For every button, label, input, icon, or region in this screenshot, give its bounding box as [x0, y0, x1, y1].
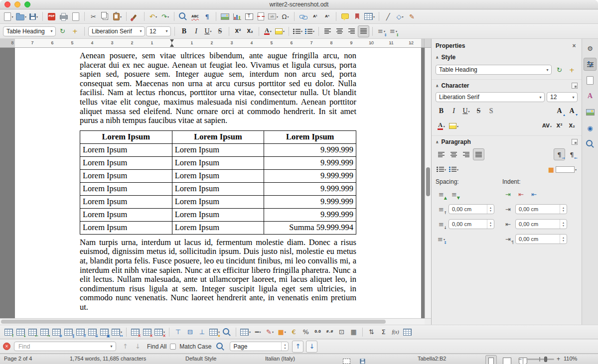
strikethrough[interactable]: S	[214, 25, 226, 37]
delete-table[interactable]: ×▾	[153, 326, 166, 338]
open[interactable]: ▾	[15, 10, 27, 22]
spacing-above-input[interactable]: 0,00 cm	[448, 204, 494, 214]
shadow[interactable]: S	[485, 105, 497, 117]
new-style[interactable]: +	[566, 64, 578, 76]
table-cell[interactable]: Lorem Ipsum	[80, 156, 172, 169]
increase-indent[interactable]: ⇥	[502, 188, 514, 200]
view-multiple-pages[interactable]	[501, 355, 513, 364]
bold[interactable]: B	[436, 105, 447, 117]
increase-font-size[interactable]: A▴	[554, 105, 565, 117]
next-element[interactable]: ↓	[306, 341, 317, 353]
table-cell[interactable]: 9.999.999	[264, 156, 356, 169]
table-cell[interactable]: Lorem Ipsum	[80, 182, 172, 195]
superscript[interactable]: X²	[554, 120, 565, 132]
print-preview[interactable]	[70, 10, 81, 22]
tab-gallery[interactable]	[584, 106, 597, 119]
close-icon[interactable]	[571, 42, 578, 49]
sidebar-font-size-select[interactable]: 12	[547, 92, 578, 102]
strikethrough[interactable]: S	[473, 105, 484, 117]
tab-properties[interactable]	[584, 58, 597, 71]
insert-text-box[interactable]	[243, 10, 255, 22]
border-style[interactable]: ━▾	[252, 326, 264, 338]
find-text-field[interactable]	[17, 343, 109, 351]
paragraph-section-header[interactable]: Paragraph	[432, 135, 582, 147]
number-format-currency[interactable]: €	[288, 326, 299, 338]
table-cell[interactable]: Lorem Ipsum	[172, 208, 264, 221]
update-style[interactable]: ↻	[57, 25, 68, 37]
insert-page-break[interactable]	[255, 10, 267, 22]
zoom-level[interactable]: 110%	[564, 356, 577, 362]
sidebar-font-name-select[interactable]: Liberation Serif	[436, 92, 545, 102]
table-header-cell[interactable]: Lorem Ipsum	[264, 130, 356, 143]
split-table[interactable]: ⇊	[87, 326, 98, 338]
page-style[interactable]: Default Style	[185, 356, 216, 362]
character-highlighting-color[interactable]: ▾	[274, 25, 286, 37]
sort[interactable]: ⇅	[366, 326, 377, 338]
indent-before-input[interactable]: 0,00 cm	[515, 204, 567, 214]
undo[interactable]: ↶▾	[148, 10, 159, 22]
zoom-in-button[interactable]: +	[557, 356, 560, 363]
previous-element[interactable]: ↑	[292, 341, 303, 353]
new-document[interactable]: ▾	[3, 10, 14, 22]
table-cell[interactable]: 9.999.999	[264, 169, 356, 182]
maximize-window-button[interactable]	[24, 1, 30, 7]
line-spacing[interactable]: ≡⇕▾	[376, 25, 387, 37]
superscript[interactable]: X²	[232, 25, 244, 37]
table-cell[interactable]: 9.999.999	[264, 208, 356, 221]
table-cell[interactable]: Lorem Ipsum	[172, 195, 264, 208]
formatting-marks[interactable]: ¶	[201, 10, 213, 22]
horizontal-scrollbar-thumb[interactable]	[1, 320, 386, 324]
ordered-list[interactable]: ▾	[448, 163, 459, 175]
font-name-select[interactable]: Liberation Serif	[88, 26, 145, 36]
stepper[interactable]	[560, 205, 567, 214]
number-format-decimal[interactable]: 0.0	[312, 326, 323, 338]
document-page[interactable]: Aenean posuere, sem vitae ultrices biben…	[15, 48, 421, 318]
find-all-button[interactable]: Find All	[147, 343, 166, 350]
vertical-scrollbar[interactable]	[425, 48, 431, 318]
sidebar-paragraph-style-select[interactable]: Table Heading	[436, 65, 552, 75]
table-cell[interactable]: Lorem Ipsum	[80, 221, 172, 234]
table-cell[interactable]: 9.999.999	[264, 143, 356, 156]
style-section-header[interactable]: Style	[432, 51, 582, 62]
bold[interactable]: B	[178, 25, 190, 37]
navigate-by-select[interactable]: Page	[230, 342, 289, 351]
character-highlighting-color[interactable]: ▾	[448, 120, 459, 132]
basic-shapes[interactable]: ◇▾	[394, 10, 406, 22]
table-cell[interactable]: Lorem Ipsum	[80, 169, 172, 182]
save[interactable]: ▾	[28, 10, 39, 22]
find-and-replace[interactable]	[177, 10, 189, 22]
paragraph[interactable]: Aenean posuere, sem vitae ultrices biben…	[80, 51, 356, 125]
italic[interactable]: I	[190, 25, 202, 37]
number-format-general[interactable]: #.#	[324, 326, 335, 338]
autoformat-styles[interactable]: ★▾	[208, 326, 221, 338]
delete-columns[interactable]: ×	[142, 326, 153, 338]
table-background-color[interactable]: ■▾	[276, 326, 288, 338]
decrease-indent[interactable]: ⇤	[515, 188, 527, 200]
paste[interactable]: ▾	[112, 10, 123, 22]
word-count[interactable]: 1,754 words, 11,685 characters	[70, 356, 146, 362]
copy[interactable]	[100, 10, 111, 22]
insert-column-before[interactable]: ←	[27, 326, 38, 338]
align-left[interactable]	[322, 25, 333, 37]
tab-style-inspector[interactable]	[584, 137, 597, 150]
table-cell[interactable]: Lorem Ipsum	[172, 169, 264, 182]
merge-table[interactable]: ⇈	[75, 326, 86, 338]
ordered-list[interactable]: ▾	[304, 25, 315, 37]
left-indent-marker[interactable]	[170, 44, 174, 47]
number-recognition[interactable]: ⊡	[336, 326, 347, 338]
close-find-bar-button[interactable]	[3, 343, 10, 350]
stepper[interactable]	[281, 342, 288, 351]
align-left[interactable]	[436, 148, 447, 160]
cut[interactable]: ✂	[88, 10, 99, 22]
insert-bookmark[interactable]	[351, 10, 363, 22]
border-color[interactable]: ✎▾	[264, 326, 276, 338]
view-single-page[interactable]	[485, 355, 497, 364]
table-cell[interactable]: Lorem Ipsum	[80, 195, 172, 208]
table-cell[interactable]: Lorem Ipsum	[172, 182, 264, 195]
first-line-indent-marker[interactable]	[170, 39, 174, 42]
number-format-percent[interactable]: %	[300, 326, 311, 338]
table-header-cell[interactable]: Lorem Ipsum	[172, 130, 264, 143]
formula[interactable]: f(x)	[390, 326, 401, 338]
document-table[interactable]: Lorem IpsumLorem IpsumLorem IpsumLorem I…	[80, 130, 356, 235]
hanging-indent[interactable]: ⇤	[528, 188, 540, 200]
